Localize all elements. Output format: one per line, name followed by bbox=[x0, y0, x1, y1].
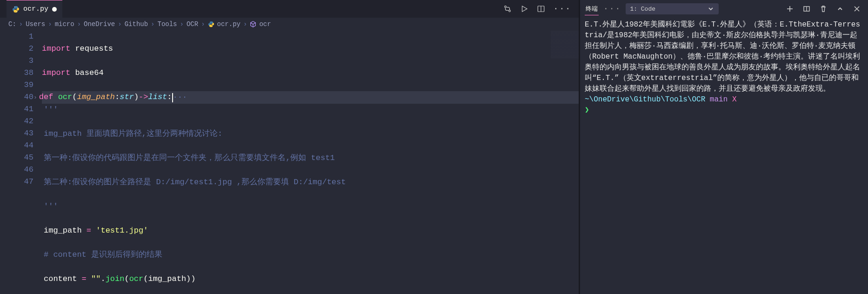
tab-filename: ocr.py bbox=[23, 5, 48, 13]
tab-ocr-py[interactable]: ocr.py bbox=[7, 0, 62, 18]
new-terminal-icon[interactable] bbox=[786, 5, 794, 13]
symbol-method-icon bbox=[250, 21, 256, 27]
source-control-compare-icon[interactable] bbox=[503, 5, 512, 13]
terminal-select[interactable]: 1: Code bbox=[626, 3, 719, 14]
editor-tabbar: ocr.py ··· bbox=[0, 0, 579, 18]
trash-icon[interactable] bbox=[820, 5, 827, 13]
svg-point-0 bbox=[14, 7, 15, 7]
breadcrumb-part[interactable]: Users bbox=[26, 20, 45, 28]
breadcrumb-part[interactable]: micro bbox=[55, 20, 74, 28]
chevron-up-icon[interactable] bbox=[836, 5, 844, 13]
fold-icon[interactable]: › bbox=[33, 94, 37, 101]
terminal-select-label: 1: Code bbox=[630, 6, 655, 13]
run-icon[interactable] bbox=[520, 5, 528, 13]
terminal-output: E.T.外星人1982年美國科幻電影《E.T.外星人》（英语：E.TtheExt… bbox=[585, 20, 862, 94]
svg-point-1 bbox=[17, 11, 17, 12]
breadcrumb-part[interactable]: OneDrive bbox=[84, 20, 115, 28]
terminal[interactable]: E.T.外星人1982年美國科幻電影《E.T.外星人》（英语：E.TtheExt… bbox=[580, 18, 868, 294]
more-actions-icon[interactable]: ··· bbox=[554, 4, 571, 13]
chevron-down-icon bbox=[707, 5, 714, 13]
code-content[interactable]: import requests import base64 ›def ocr(i… bbox=[42, 31, 579, 294]
breadcrumb-symbol[interactable]: ocr bbox=[259, 20, 271, 28]
python-icon bbox=[208, 21, 214, 27]
breadcrumb-part[interactable]: Github bbox=[125, 20, 148, 28]
terminal-prompt: ❯ bbox=[585, 106, 589, 114]
close-icon[interactable] bbox=[853, 5, 861, 13]
breadcrumb[interactable]: C:› Users› micro› OneDrive› Github› Tool… bbox=[0, 18, 579, 31]
breadcrumb-part[interactable]: Tools bbox=[158, 20, 177, 28]
panel-header: 终端 ··· 1: Code bbox=[580, 0, 868, 18]
terminal-prompt-line: ~\OneDrive\Github\Tools\OCR main X bbox=[585, 94, 862, 105]
python-icon bbox=[12, 6, 20, 13]
split-terminal-icon[interactable] bbox=[803, 5, 810, 13]
svg-point-3 bbox=[508, 10, 510, 12]
line-gutter: 1 2 3 38 39 40 41 42 43 44 45 46 47 bbox=[0, 31, 42, 294]
svg-point-2 bbox=[504, 6, 506, 8]
breadcrumb-part[interactable]: OCR bbox=[187, 20, 198, 28]
breadcrumb-part[interactable]: C: bbox=[8, 20, 16, 28]
dirty-indicator-icon bbox=[52, 7, 57, 12]
panel-more-icon[interactable]: ··· bbox=[603, 4, 621, 13]
split-editor-icon[interactable] bbox=[537, 5, 545, 13]
breadcrumb-file[interactable]: ocr.py bbox=[217, 20, 240, 28]
editor[interactable]: 1 2 3 38 39 40 41 42 43 44 45 46 47 impo… bbox=[0, 31, 579, 294]
panel-tab-terminal[interactable]: 终端 bbox=[585, 3, 599, 15]
